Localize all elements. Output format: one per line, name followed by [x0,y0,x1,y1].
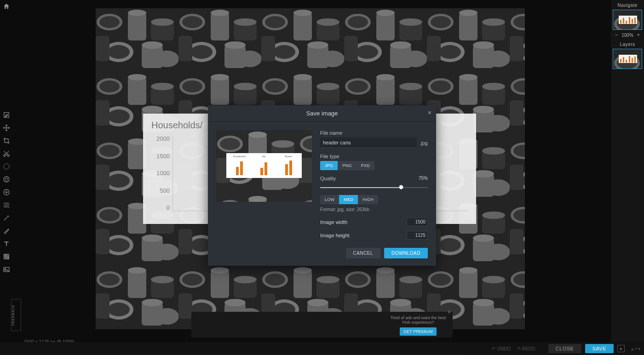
format-size-line: Format: jpg, size: 263kb [320,207,428,212]
dialog-close-icon[interactable]: × [428,109,431,116]
dialog-title: Save image [306,110,338,117]
file-type-jpg[interactable]: JPG [320,161,338,170]
quality-high[interactable]: HIGH [358,195,378,204]
file-type-label: File type [320,154,428,159]
image-width-label: Image width [320,219,347,225]
download-button[interactable]: DOWNLOAD [384,248,428,258]
quality-label: Quality [320,176,428,181]
save-preview-thumbnail: Households/ lbs/ Boxes/ [216,130,312,202]
file-type-png[interactable]: PNG [338,161,356,170]
file-name-input[interactable] [320,137,417,148]
quality-med[interactable]: MED [339,195,358,204]
image-width-input[interactable] [407,218,428,226]
file-type-pxd[interactable]: PXD [356,161,374,170]
quality-slider[interactable] [320,184,428,191]
file-name-label: File name [320,130,428,136]
save-image-dialog: Save image × Households/ lbs/ Boxes/ Fil… [208,105,436,266]
image-height-label: Image height [320,233,350,238]
quality-percent: 75% [419,176,428,181]
quality-low[interactable]: LOW [320,195,339,204]
cancel-button[interactable]: CANCEL [346,248,381,258]
file-extension: .jpg [420,140,428,146]
image-height-input[interactable] [407,231,428,240]
